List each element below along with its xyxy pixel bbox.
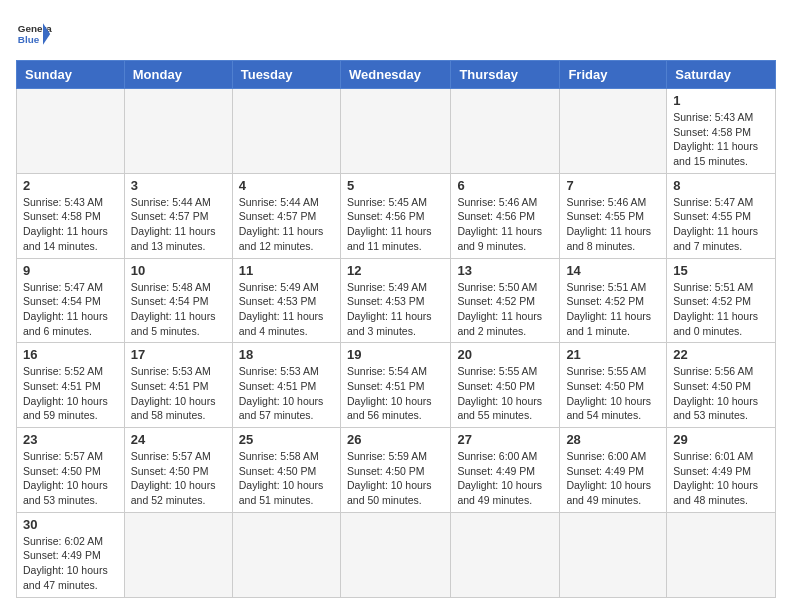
day-info: Sunrise: 5:46 AM Sunset: 4:56 PM Dayligh… — [457, 195, 553, 254]
day-number: 14 — [566, 263, 660, 278]
day-info: Sunrise: 5:54 AM Sunset: 4:51 PM Dayligh… — [347, 364, 444, 423]
day-cell: 4Sunrise: 5:44 AM Sunset: 4:57 PM Daylig… — [232, 173, 340, 258]
day-cell: 3Sunrise: 5:44 AM Sunset: 4:57 PM Daylig… — [124, 173, 232, 258]
weekday-header-wednesday: Wednesday — [340, 61, 450, 89]
day-cell: 8Sunrise: 5:47 AM Sunset: 4:55 PM Daylig… — [667, 173, 776, 258]
day-cell — [451, 512, 560, 597]
day-cell: 15Sunrise: 5:51 AM Sunset: 4:52 PM Dayli… — [667, 258, 776, 343]
day-number: 20 — [457, 347, 553, 362]
day-number: 19 — [347, 347, 444, 362]
svg-text:Blue: Blue — [18, 34, 40, 45]
day-cell — [124, 512, 232, 597]
day-number: 21 — [566, 347, 660, 362]
day-number: 5 — [347, 178, 444, 193]
day-cell — [560, 512, 667, 597]
weekday-header-sunday: Sunday — [17, 61, 125, 89]
day-cell: 11Sunrise: 5:49 AM Sunset: 4:53 PM Dayli… — [232, 258, 340, 343]
day-number: 4 — [239, 178, 334, 193]
day-info: Sunrise: 5:58 AM Sunset: 4:50 PM Dayligh… — [239, 449, 334, 508]
day-info: Sunrise: 5:53 AM Sunset: 4:51 PM Dayligh… — [131, 364, 226, 423]
day-info: Sunrise: 5:57 AM Sunset: 4:50 PM Dayligh… — [23, 449, 118, 508]
logo: General Blue — [16, 16, 52, 52]
day-info: Sunrise: 5:55 AM Sunset: 4:50 PM Dayligh… — [566, 364, 660, 423]
day-number: 30 — [23, 517, 118, 532]
day-number: 11 — [239, 263, 334, 278]
day-info: Sunrise: 5:49 AM Sunset: 4:53 PM Dayligh… — [347, 280, 444, 339]
day-cell: 23Sunrise: 5:57 AM Sunset: 4:50 PM Dayli… — [17, 428, 125, 513]
day-number: 15 — [673, 263, 769, 278]
day-cell — [17, 89, 125, 174]
day-number: 16 — [23, 347, 118, 362]
day-info: Sunrise: 6:00 AM Sunset: 4:49 PM Dayligh… — [566, 449, 660, 508]
day-number: 9 — [23, 263, 118, 278]
day-cell: 21Sunrise: 5:55 AM Sunset: 4:50 PM Dayli… — [560, 343, 667, 428]
day-info: Sunrise: 5:44 AM Sunset: 4:57 PM Dayligh… — [239, 195, 334, 254]
day-cell: 6Sunrise: 5:46 AM Sunset: 4:56 PM Daylig… — [451, 173, 560, 258]
generalblue-logo-icon: General Blue — [16, 16, 52, 52]
day-info: Sunrise: 5:48 AM Sunset: 4:54 PM Dayligh… — [131, 280, 226, 339]
day-cell: 18Sunrise: 5:53 AM Sunset: 4:51 PM Dayli… — [232, 343, 340, 428]
day-number: 29 — [673, 432, 769, 447]
day-info: Sunrise: 5:44 AM Sunset: 4:57 PM Dayligh… — [131, 195, 226, 254]
day-cell — [560, 89, 667, 174]
day-number: 12 — [347, 263, 444, 278]
day-info: Sunrise: 5:59 AM Sunset: 4:50 PM Dayligh… — [347, 449, 444, 508]
day-cell: 28Sunrise: 6:00 AM Sunset: 4:49 PM Dayli… — [560, 428, 667, 513]
day-number: 3 — [131, 178, 226, 193]
day-info: Sunrise: 6:00 AM Sunset: 4:49 PM Dayligh… — [457, 449, 553, 508]
day-cell — [667, 512, 776, 597]
day-number: 13 — [457, 263, 553, 278]
weekday-header-thursday: Thursday — [451, 61, 560, 89]
day-info: Sunrise: 5:47 AM Sunset: 4:54 PM Dayligh… — [23, 280, 118, 339]
day-cell: 25Sunrise: 5:58 AM Sunset: 4:50 PM Dayli… — [232, 428, 340, 513]
day-number: 23 — [23, 432, 118, 447]
day-cell — [340, 89, 450, 174]
day-number: 25 — [239, 432, 334, 447]
day-info: Sunrise: 5:51 AM Sunset: 4:52 PM Dayligh… — [566, 280, 660, 339]
day-info: Sunrise: 5:43 AM Sunset: 4:58 PM Dayligh… — [673, 110, 769, 169]
day-cell: 13Sunrise: 5:50 AM Sunset: 4:52 PM Dayli… — [451, 258, 560, 343]
day-cell: 24Sunrise: 5:57 AM Sunset: 4:50 PM Dayli… — [124, 428, 232, 513]
weekday-header-tuesday: Tuesday — [232, 61, 340, 89]
weekday-header-friday: Friday — [560, 61, 667, 89]
week-row-3: 9Sunrise: 5:47 AM Sunset: 4:54 PM Daylig… — [17, 258, 776, 343]
day-cell: 5Sunrise: 5:45 AM Sunset: 4:56 PM Daylig… — [340, 173, 450, 258]
day-info: Sunrise: 5:51 AM Sunset: 4:52 PM Dayligh… — [673, 280, 769, 339]
weekday-header-monday: Monday — [124, 61, 232, 89]
calendar: SundayMondayTuesdayWednesdayThursdayFrid… — [16, 60, 776, 598]
week-row-4: 16Sunrise: 5:52 AM Sunset: 4:51 PM Dayli… — [17, 343, 776, 428]
day-cell: 12Sunrise: 5:49 AM Sunset: 4:53 PM Dayli… — [340, 258, 450, 343]
day-number: 10 — [131, 263, 226, 278]
day-number: 28 — [566, 432, 660, 447]
day-cell — [340, 512, 450, 597]
day-cell: 27Sunrise: 6:00 AM Sunset: 4:49 PM Dayli… — [451, 428, 560, 513]
day-info: Sunrise: 5:53 AM Sunset: 4:51 PM Dayligh… — [239, 364, 334, 423]
day-cell — [124, 89, 232, 174]
day-info: Sunrise: 6:01 AM Sunset: 4:49 PM Dayligh… — [673, 449, 769, 508]
day-info: Sunrise: 5:46 AM Sunset: 4:55 PM Dayligh… — [566, 195, 660, 254]
day-number: 2 — [23, 178, 118, 193]
day-number: 27 — [457, 432, 553, 447]
day-number: 8 — [673, 178, 769, 193]
day-info: Sunrise: 5:55 AM Sunset: 4:50 PM Dayligh… — [457, 364, 553, 423]
day-cell: 1Sunrise: 5:43 AM Sunset: 4:58 PM Daylig… — [667, 89, 776, 174]
day-number: 22 — [673, 347, 769, 362]
day-cell: 2Sunrise: 5:43 AM Sunset: 4:58 PM Daylig… — [17, 173, 125, 258]
day-info: Sunrise: 5:49 AM Sunset: 4:53 PM Dayligh… — [239, 280, 334, 339]
day-number: 26 — [347, 432, 444, 447]
day-number: 17 — [131, 347, 226, 362]
day-info: Sunrise: 6:02 AM Sunset: 4:49 PM Dayligh… — [23, 534, 118, 593]
day-number: 7 — [566, 178, 660, 193]
day-info: Sunrise: 5:57 AM Sunset: 4:50 PM Dayligh… — [131, 449, 226, 508]
week-row-1: 1Sunrise: 5:43 AM Sunset: 4:58 PM Daylig… — [17, 89, 776, 174]
day-cell: 10Sunrise: 5:48 AM Sunset: 4:54 PM Dayli… — [124, 258, 232, 343]
day-info: Sunrise: 5:52 AM Sunset: 4:51 PM Dayligh… — [23, 364, 118, 423]
day-cell: 29Sunrise: 6:01 AM Sunset: 4:49 PM Dayli… — [667, 428, 776, 513]
day-cell: 19Sunrise: 5:54 AM Sunset: 4:51 PM Dayli… — [340, 343, 450, 428]
day-info: Sunrise: 5:56 AM Sunset: 4:50 PM Dayligh… — [673, 364, 769, 423]
day-info: Sunrise: 5:45 AM Sunset: 4:56 PM Dayligh… — [347, 195, 444, 254]
day-cell: 14Sunrise: 5:51 AM Sunset: 4:52 PM Dayli… — [560, 258, 667, 343]
weekday-header-saturday: Saturday — [667, 61, 776, 89]
day-info: Sunrise: 5:50 AM Sunset: 4:52 PM Dayligh… — [457, 280, 553, 339]
day-number: 24 — [131, 432, 226, 447]
